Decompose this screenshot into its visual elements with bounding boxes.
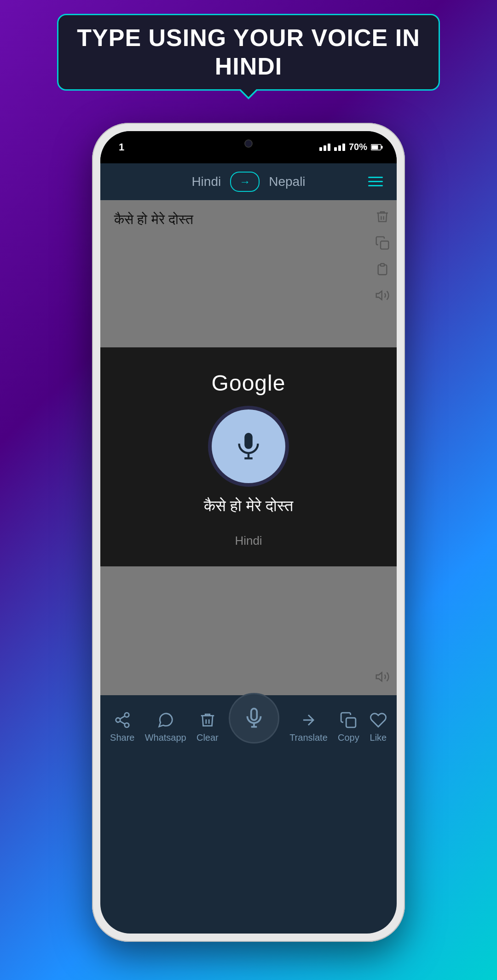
svg-line-14 (120, 716, 125, 719)
phone-inner: 1 70% (100, 131, 397, 934)
nav-like[interactable]: Like (370, 711, 387, 743)
copy-icon[interactable] (375, 236, 390, 253)
nav-whatsapp[interactable]: Whatsapp (145, 711, 186, 743)
svg-marker-9 (376, 672, 382, 681)
page-wrapper: TYPE USING YOUR VOICE IN HINDI 1 (0, 14, 497, 942)
svg-rect-4 (381, 264, 384, 266)
nav-share-label: Share (110, 732, 134, 743)
svg-rect-15 (251, 709, 257, 720)
signal-bars (319, 144, 330, 151)
arrow-icon: → (239, 175, 250, 188)
mic-large-icon (232, 430, 265, 462)
trash-icon[interactable] (375, 209, 390, 226)
nav-whatsapp-label: Whatsapp (145, 732, 186, 743)
mic-circle[interactable] (212, 409, 285, 483)
nav-copy[interactable]: Copy (338, 711, 359, 743)
lang-to[interactable]: Nepali (269, 174, 305, 189)
status-bar: 1 70% (100, 131, 397, 163)
svg-rect-6 (244, 433, 253, 449)
whatsapp-nav-icon (157, 711, 174, 729)
bottom-nav: Share Whatsapp (100, 695, 397, 769)
nav-translate-label: Translate (289, 732, 328, 743)
nav-copy-label: Copy (338, 732, 359, 743)
app-header: Hindi → Nepali (100, 163, 397, 200)
svg-rect-1 (381, 146, 383, 149)
camera-dot (244, 139, 253, 148)
title-line2: HINDI (215, 53, 283, 80)
nav-share[interactable]: Share (110, 711, 134, 743)
title-line1: TYPE USING YOUR VOICE IN (77, 24, 420, 51)
nav-like-label: Like (370, 732, 387, 743)
status-right: 70% (319, 142, 383, 152)
svg-rect-3 (381, 241, 388, 249)
clear-nav-icon (199, 711, 216, 729)
svg-rect-2 (372, 145, 378, 149)
output-area (100, 566, 397, 695)
voice-recognized-text: कैसे हो मेरे दोस्त (204, 497, 293, 515)
svg-point-12 (125, 723, 129, 728)
title-badge: TYPE USING YOUR VOICE IN HINDI (57, 14, 439, 91)
svg-point-10 (125, 713, 129, 717)
svg-marker-5 (376, 291, 382, 300)
signal-bars-2 (334, 144, 345, 151)
notch (198, 131, 299, 156)
nav-mic-button[interactable] (229, 693, 279, 744)
translate-nav-icon (300, 711, 317, 729)
mic-nav-icon (243, 707, 266, 730)
output-speaker-icon[interactable] (375, 669, 390, 686)
share-icon[interactable] (375, 262, 390, 279)
speaker-icon[interactable] (375, 288, 390, 305)
battery-text: 70% (349, 142, 367, 152)
share-nav-icon (114, 711, 131, 729)
svg-point-11 (116, 718, 121, 723)
nav-clear-label: Clear (196, 732, 219, 743)
title-text: TYPE USING YOUR VOICE IN HINDI (77, 23, 420, 81)
nav-translate[interactable]: Translate (289, 711, 328, 743)
phone-frame: 1 70% (92, 123, 405, 942)
voice-language-label: Hindi (235, 534, 262, 548)
status-time: 1 (114, 141, 124, 153)
input-area[interactable]: कैसे हो मेरे दोस्त (100, 200, 397, 347)
like-nav-icon (370, 711, 387, 729)
svg-line-13 (120, 721, 125, 724)
nav-clear[interactable]: Clear (196, 711, 219, 743)
lang-arrow-button[interactable]: → (230, 172, 260, 192)
google-brand: Google (212, 370, 286, 396)
language-selector: Hindi → Nepali (191, 172, 305, 192)
lang-from[interactable]: Hindi (191, 174, 221, 189)
output-side-icons (375, 669, 390, 686)
google-panel: Google कैसे हो मेरे दोस्त Hindi (100, 347, 397, 566)
side-icons (375, 209, 390, 305)
svg-rect-18 (347, 718, 356, 728)
copy-nav-icon (340, 711, 357, 729)
input-text: कैसे हो मेरे दोस्त (114, 212, 360, 228)
battery-icon (371, 144, 383, 151)
menu-button[interactable] (368, 177, 383, 186)
